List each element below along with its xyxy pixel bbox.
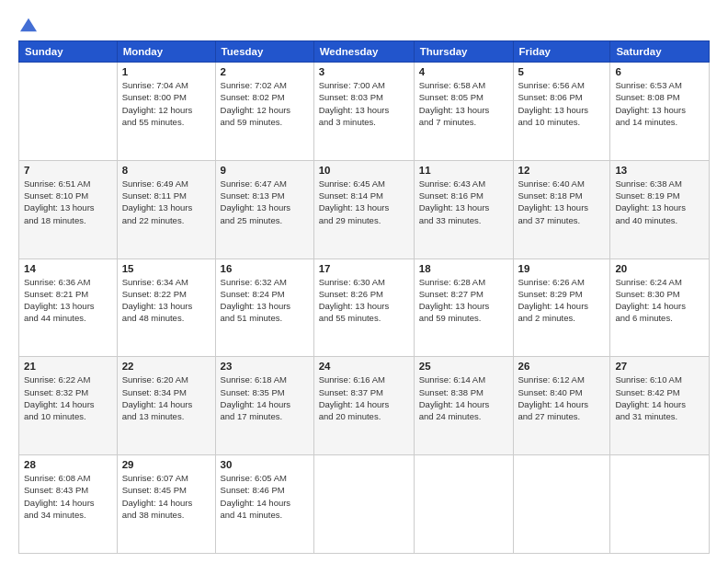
weekday-header-thursday: Thursday (414, 41, 513, 63)
day-number: 22 (122, 361, 210, 372)
day-info: Sunrise: 6:49 AM Sunset: 8:11 PM Dayligh… (122, 178, 210, 226)
day-cell (610, 455, 710, 554)
day-number: 21 (24, 361, 112, 372)
day-info: Sunrise: 6:10 AM Sunset: 8:42 PM Dayligh… (615, 373, 704, 422)
day-number: 12 (518, 165, 606, 176)
header (18, 17, 710, 31)
day-number: 25 (419, 361, 508, 372)
day-cell: 4Sunrise: 6:58 AM Sunset: 8:05 PM Daylig… (414, 63, 513, 161)
day-number: 3 (319, 66, 409, 77)
week-row-2: 7Sunrise: 6:51 AM Sunset: 8:10 PM Daylig… (19, 160, 710, 259)
day-number: 6 (615, 66, 704, 77)
day-cell: 19Sunrise: 6:26 AM Sunset: 8:29 PM Dayli… (513, 259, 610, 357)
day-cell: 16Sunrise: 6:32 AM Sunset: 8:24 PM Dayli… (215, 259, 313, 357)
calendar-page: SundayMondayTuesdayWednesdayThursdayFrid… (0, 0, 728, 563)
day-cell (19, 63, 118, 161)
day-number: 30 (221, 459, 309, 470)
weekday-header-sunday: Sunday (19, 41, 118, 63)
day-info: Sunrise: 6:26 AM Sunset: 8:29 PM Dayligh… (518, 276, 606, 325)
day-info: Sunrise: 6:53 AM Sunset: 8:08 PM Dayligh… (615, 79, 704, 128)
day-number: 14 (24, 263, 112, 274)
day-number: 20 (615, 263, 704, 274)
weekday-header-tuesday: Tuesday (215, 41, 313, 63)
day-info: Sunrise: 7:04 AM Sunset: 8:00 PM Dayligh… (122, 79, 210, 128)
logo-icon (20, 17, 37, 33)
day-number: 10 (319, 165, 409, 176)
week-row-3: 14Sunrise: 6:36 AM Sunset: 8:21 PM Dayli… (19, 259, 710, 357)
day-number: 1 (122, 66, 210, 77)
day-cell: 15Sunrise: 6:34 AM Sunset: 8:22 PM Dayli… (117, 259, 215, 357)
day-number: 18 (419, 263, 508, 274)
day-info: Sunrise: 6:18 AM Sunset: 8:35 PM Dayligh… (221, 373, 309, 422)
day-cell: 7Sunrise: 6:51 AM Sunset: 8:10 PM Daylig… (19, 160, 118, 259)
day-cell: 3Sunrise: 7:00 AM Sunset: 8:03 PM Daylig… (313, 63, 414, 161)
day-cell (313, 455, 414, 554)
day-info: Sunrise: 6:38 AM Sunset: 8:19 PM Dayligh… (615, 178, 704, 226)
day-number: 29 (122, 459, 210, 470)
day-number: 11 (419, 165, 508, 176)
day-info: Sunrise: 6:30 AM Sunset: 8:26 PM Dayligh… (319, 276, 409, 325)
day-info: Sunrise: 6:22 AM Sunset: 8:32 PM Dayligh… (24, 373, 112, 422)
day-info: Sunrise: 6:45 AM Sunset: 8:14 PM Dayligh… (319, 178, 409, 226)
day-info: Sunrise: 6:07 AM Sunset: 8:45 PM Dayligh… (122, 472, 210, 521)
day-info: Sunrise: 6:08 AM Sunset: 8:43 PM Dayligh… (24, 472, 112, 521)
day-cell (414, 455, 513, 554)
header-row: SundayMondayTuesdayWednesdayThursdayFrid… (19, 41, 710, 63)
day-cell: 8Sunrise: 6:49 AM Sunset: 8:11 PM Daylig… (117, 160, 215, 259)
weekday-header-wednesday: Wednesday (313, 41, 414, 63)
calendar-table: SundayMondayTuesdayWednesdayThursdayFrid… (18, 40, 710, 554)
day-cell: 25Sunrise: 6:14 AM Sunset: 8:38 PM Dayli… (414, 357, 513, 455)
day-info: Sunrise: 6:24 AM Sunset: 8:30 PM Dayligh… (615, 276, 704, 325)
day-info: Sunrise: 6:05 AM Sunset: 8:46 PM Dayligh… (221, 472, 309, 521)
day-info: Sunrise: 6:43 AM Sunset: 8:16 PM Dayligh… (419, 178, 508, 226)
day-info: Sunrise: 6:58 AM Sunset: 8:05 PM Dayligh… (419, 79, 508, 128)
day-number: 26 (518, 361, 606, 372)
day-cell: 14Sunrise: 6:36 AM Sunset: 8:21 PM Dayli… (19, 259, 118, 357)
day-info: Sunrise: 6:36 AM Sunset: 8:21 PM Dayligh… (24, 276, 112, 325)
day-number: 19 (518, 263, 606, 274)
weekday-header-monday: Monday (117, 41, 215, 63)
day-number: 2 (221, 66, 309, 77)
day-info: Sunrise: 6:40 AM Sunset: 8:18 PM Dayligh… (518, 178, 606, 226)
day-number: 8 (122, 165, 210, 176)
day-cell: 27Sunrise: 6:10 AM Sunset: 8:42 PM Dayli… (610, 357, 710, 455)
day-number: 28 (24, 459, 112, 470)
day-cell: 29Sunrise: 6:07 AM Sunset: 8:45 PM Dayli… (117, 455, 215, 554)
day-cell: 26Sunrise: 6:12 AM Sunset: 8:40 PM Dayli… (513, 357, 610, 455)
day-info: Sunrise: 6:16 AM Sunset: 8:37 PM Dayligh… (319, 373, 409, 422)
day-info: Sunrise: 6:12 AM Sunset: 8:40 PM Dayligh… (518, 373, 606, 422)
day-info: Sunrise: 6:20 AM Sunset: 8:34 PM Dayligh… (122, 373, 210, 422)
day-cell: 1Sunrise: 7:04 AM Sunset: 8:00 PM Daylig… (117, 63, 215, 161)
day-cell: 23Sunrise: 6:18 AM Sunset: 8:35 PM Dayli… (215, 357, 313, 455)
day-number: 13 (615, 165, 704, 176)
day-info: Sunrise: 6:51 AM Sunset: 8:10 PM Dayligh… (24, 178, 112, 226)
day-cell: 12Sunrise: 6:40 AM Sunset: 8:18 PM Dayli… (513, 160, 610, 259)
weekday-header-friday: Friday (513, 41, 610, 63)
day-cell: 24Sunrise: 6:16 AM Sunset: 8:37 PM Dayli… (313, 357, 414, 455)
day-number: 17 (319, 263, 409, 274)
day-cell: 30Sunrise: 6:05 AM Sunset: 8:46 PM Dayli… (215, 455, 313, 554)
week-row-1: 1Sunrise: 7:04 AM Sunset: 8:00 PM Daylig… (19, 63, 710, 161)
day-cell: 20Sunrise: 6:24 AM Sunset: 8:30 PM Dayli… (610, 259, 710, 357)
week-row-4: 21Sunrise: 6:22 AM Sunset: 8:32 PM Dayli… (19, 357, 710, 455)
day-number: 23 (221, 361, 309, 372)
day-info: Sunrise: 6:14 AM Sunset: 8:38 PM Dayligh… (419, 373, 508, 422)
day-cell: 11Sunrise: 6:43 AM Sunset: 8:16 PM Dayli… (414, 160, 513, 259)
day-number: 27 (615, 361, 704, 372)
day-info: Sunrise: 6:28 AM Sunset: 8:27 PM Dayligh… (419, 276, 508, 325)
day-cell (513, 455, 610, 554)
day-cell: 10Sunrise: 6:45 AM Sunset: 8:14 PM Dayli… (313, 160, 414, 259)
svg-marker-0 (20, 18, 37, 31)
day-number: 5 (518, 66, 606, 77)
day-cell: 5Sunrise: 6:56 AM Sunset: 8:06 PM Daylig… (513, 63, 610, 161)
day-info: Sunrise: 6:32 AM Sunset: 8:24 PM Dayligh… (221, 276, 309, 325)
day-info: Sunrise: 6:47 AM Sunset: 8:13 PM Dayligh… (221, 178, 309, 226)
day-cell: 13Sunrise: 6:38 AM Sunset: 8:19 PM Dayli… (610, 160, 710, 259)
day-cell: 2Sunrise: 7:02 AM Sunset: 8:02 PM Daylig… (215, 63, 313, 161)
day-cell: 9Sunrise: 6:47 AM Sunset: 8:13 PM Daylig… (215, 160, 313, 259)
day-cell: 18Sunrise: 6:28 AM Sunset: 8:27 PM Dayli… (414, 259, 513, 357)
day-cell: 22Sunrise: 6:20 AM Sunset: 8:34 PM Dayli… (117, 357, 215, 455)
day-number: 7 (24, 165, 112, 176)
weekday-header-saturday: Saturday (610, 41, 710, 63)
day-cell: 28Sunrise: 6:08 AM Sunset: 8:43 PM Dayli… (19, 455, 118, 554)
